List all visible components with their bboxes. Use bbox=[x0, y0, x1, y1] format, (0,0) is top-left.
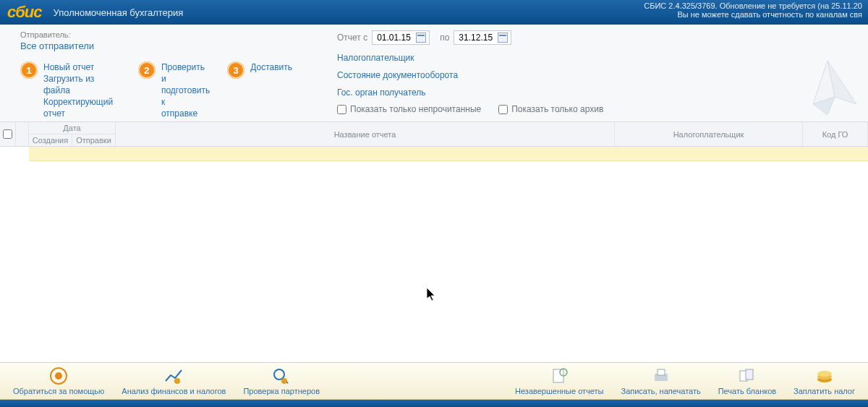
save-print-label: Записать, напечатать bbox=[621, 387, 701, 395]
date-from-input[interactable] bbox=[375, 32, 414, 43]
unread-checkbox-label[interactable]: Показать только непрочитанные bbox=[337, 104, 481, 114]
svg-point-6 bbox=[174, 378, 180, 384]
date-created-header[interactable]: Создания bbox=[29, 134, 72, 146]
svg-point-7 bbox=[274, 369, 284, 380]
warning-text: Вы не можете сдавать отчетность по канал… bbox=[644, 10, 862, 19]
finance-analysis-button[interactable]: Анализ финансов и налогов bbox=[122, 367, 226, 395]
sender-dropdown[interactable]: Все отправители bbox=[20, 40, 194, 51]
report-name-header[interactable]: Название отчета bbox=[116, 122, 615, 146]
save-print-button[interactable]: Записать, напечатать bbox=[621, 367, 701, 395]
calendar-icon[interactable] bbox=[498, 33, 508, 43]
date-to-input[interactable] bbox=[457, 32, 496, 43]
printer-icon bbox=[651, 367, 671, 385]
step-1-links: Новый отчет Загрузить из файла Корректир… bbox=[43, 61, 121, 119]
header-status: СБИС 2.4.325/3769. Обновление не требует… bbox=[644, 1, 862, 19]
select-all-checkbox-cell[interactable] bbox=[0, 122, 16, 146]
gov-recipient-filter-link[interactable]: Гос. орган получатель bbox=[337, 87, 858, 98]
archive-checkbox-label[interactable]: Показать только архив bbox=[498, 104, 603, 114]
blanks-label: Печать бланков bbox=[718, 387, 776, 395]
check-prepare-l1: Проверить и bbox=[161, 62, 205, 84]
select-all-checkbox[interactable] bbox=[3, 129, 12, 139]
highlighted-row[interactable] bbox=[29, 147, 868, 161]
taxpayer-filter-link[interactable]: Налогоплательщик bbox=[337, 52, 858, 64]
pending-label: Незавершенные отчеты bbox=[515, 387, 603, 395]
table-header: Дата Создания Отправки Название отчета Н… bbox=[0, 122, 868, 147]
correcting-report-link[interactable]: Корректирующий отчет bbox=[43, 96, 121, 119]
spacer-col bbox=[16, 122, 29, 146]
help-button[interactable]: Обратиться за помощью bbox=[13, 367, 104, 395]
check-prepare-l3: отправке bbox=[161, 108, 197, 119]
app-title: Уполномоченная бухгалтерия bbox=[54, 7, 184, 18]
forms-icon bbox=[737, 367, 757, 385]
app-header: сбис Уполномоченная бухгалтерия СБИС 2.4… bbox=[0, 0, 868, 25]
taxpayer-header[interactable]: Налогоплательщик bbox=[615, 122, 803, 146]
table-body bbox=[0, 161, 868, 364]
svg-point-9 bbox=[281, 378, 287, 384]
toolbar: Отправитель: Все отправители 1 Новый отч… bbox=[0, 25, 868, 122]
finance-label: Анализ финансов и налогов bbox=[122, 387, 226, 395]
svg-marker-3 bbox=[427, 288, 435, 301]
filter-links: Налогоплательщик Состояние документообор… bbox=[337, 52, 858, 98]
date-from-label: Отчет с bbox=[337, 33, 367, 43]
documents-icon bbox=[549, 367, 569, 385]
cursor-icon bbox=[427, 288, 437, 302]
filters-block: Отчет с по Налогоплательщик Состояние до… bbox=[337, 30, 858, 117]
calendar-icon[interactable] bbox=[416, 33, 426, 43]
date-sent-header[interactable]: Отправки bbox=[72, 134, 115, 146]
pay-tax-label: Заплатить налог bbox=[793, 387, 855, 395]
svg-point-5 bbox=[55, 372, 62, 380]
footer-toolbar: Обратиться за помощью Анализ финансов и … bbox=[0, 362, 868, 400]
date-to-label: по bbox=[440, 33, 449, 43]
svg-rect-15 bbox=[746, 369, 753, 380]
archive-checkbox[interactable] bbox=[498, 105, 508, 114]
date-to-box[interactable] bbox=[454, 30, 511, 45]
step-2: 2 Проверить и подготовить к отправке bbox=[138, 61, 210, 119]
magnifier-icon bbox=[271, 367, 292, 385]
date-range-row: Отчет с по bbox=[337, 30, 858, 45]
step-3: 3 Доставить bbox=[227, 61, 292, 119]
version-text: СБИС 2.4.325/3769. Обновление не требует… bbox=[644, 1, 862, 10]
docflow-filter-link[interactable]: Состояние документооборота bbox=[337, 69, 858, 81]
svg-rect-13 bbox=[658, 369, 665, 375]
left-block: Отправитель: Все отправители 1 Новый отч… bbox=[20, 30, 310, 117]
step-2-links: Проверить и подготовить к отправке bbox=[161, 61, 210, 119]
code-header[interactable]: Код ГО bbox=[803, 122, 868, 146]
check-prepare-l2: подготовить к bbox=[161, 85, 210, 107]
date-from-box[interactable] bbox=[372, 30, 430, 45]
steps-row: 1 Новый отчет Загрузить из файла Коррект… bbox=[20, 61, 310, 119]
archive-text: Показать только архив bbox=[511, 104, 603, 114]
load-from-file-link[interactable]: Загрузить из файла bbox=[43, 73, 121, 96]
coins-icon bbox=[814, 367, 835, 385]
sender-label: Отправитель: bbox=[20, 30, 194, 39]
sender-block: Отправитель: Все отправители bbox=[20, 30, 194, 51]
partners-label: Проверка партнеров bbox=[243, 387, 320, 395]
origami-decoration-icon bbox=[791, 53, 864, 119]
chart-icon bbox=[163, 367, 184, 385]
help-label: Обратиться за помощью bbox=[13, 387, 104, 395]
checkbox-row: Показать только непрочитанные Показать т… bbox=[337, 104, 858, 114]
help-icon bbox=[48, 367, 69, 385]
date-header-label: Дата bbox=[63, 122, 80, 134]
step-2-badge: 2 bbox=[138, 61, 156, 79]
check-prepare-link[interactable]: Проверить и подготовить к отправке bbox=[161, 61, 210, 119]
deliver-link[interactable]: Доставить bbox=[250, 61, 292, 73]
bottom-bar bbox=[0, 400, 868, 407]
step-1: 1 Новый отчет Загрузить из файла Коррект… bbox=[20, 61, 121, 119]
date-column-header: Дата Создания Отправки bbox=[29, 122, 116, 146]
step-1-badge: 1 bbox=[20, 61, 38, 79]
step-3-links: Доставить bbox=[250, 61, 292, 73]
partner-check-button[interactable]: Проверка партнеров bbox=[243, 367, 320, 395]
print-blanks-button[interactable]: Печать бланков bbox=[718, 367, 776, 395]
new-report-link[interactable]: Новый отчет bbox=[43, 61, 121, 73]
unread-text: Показать только непрочитанные bbox=[350, 104, 481, 114]
pay-tax-button[interactable]: Заплатить налог bbox=[793, 367, 855, 395]
svg-point-18 bbox=[817, 371, 832, 377]
step-3-badge: 3 bbox=[227, 61, 244, 79]
logo: сбис bbox=[7, 3, 42, 22]
unread-checkbox[interactable] bbox=[337, 105, 346, 114]
pending-reports-button[interactable]: Незавершенные отчеты bbox=[515, 367, 603, 395]
